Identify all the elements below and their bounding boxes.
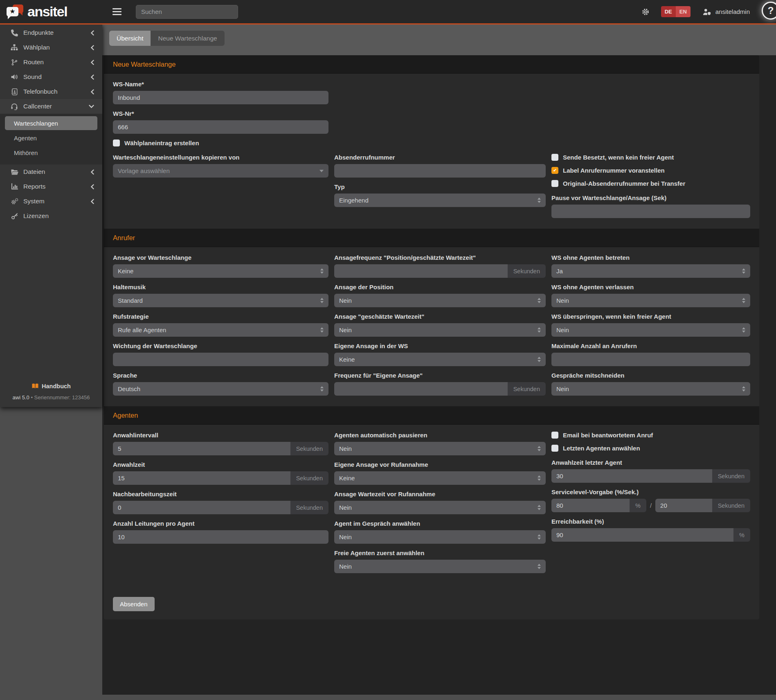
erreichbarkeit-input[interactable] <box>551 528 733 542</box>
absenden-button[interactable]: Absenden <box>113 597 155 611</box>
sidebar-item-waehlplan[interactable]: Wählplan <box>0 40 102 55</box>
main-area: Übersicht Neue Warteschlange Neue Wartes… <box>102 25 776 695</box>
sidebar-item-endpunkte[interactable]: Endpunkte <box>0 25 102 40</box>
language-en[interactable]: EN <box>676 6 691 17</box>
checkbox-box[interactable] <box>551 154 558 161</box>
search-input[interactable] <box>136 5 238 19</box>
sprache-select[interactable]: Deutsch <box>113 382 328 396</box>
tab-uebersicht[interactable]: Übersicht <box>109 31 151 46</box>
ws-name-input[interactable] <box>113 91 328 104</box>
navbar-right-cluster: DE EN ansiteladmin <box>641 6 750 17</box>
chevron-left-icon <box>90 60 94 65</box>
ws-nr-input[interactable] <box>113 120 328 134</box>
language-de[interactable]: DE <box>661 6 676 17</box>
anwahlzeit-letzter-agent-input[interactable] <box>551 469 712 483</box>
ansagefrequenz-input[interactable] <box>334 264 508 278</box>
seconds-unit-addon: Sekunden <box>290 442 328 455</box>
submit-row: Absenden <box>104 584 759 619</box>
sende-besetzt-checkbox[interactable]: Sende Besetzt, wenn kein freier Agent <box>551 154 750 161</box>
max-anrufer-input[interactable] <box>551 353 750 366</box>
servicelevel-percent-input[interactable] <box>551 499 630 512</box>
copy-from-select[interactable]: Vorlage auswählen <box>113 164 328 178</box>
chevron-left-icon <box>90 30 94 36</box>
tab-bar: Übersicht Neue Warteschlange <box>109 31 225 46</box>
tab-strip: Übersicht Neue Warteschlange <box>102 25 776 55</box>
rufstrategie-select[interactable]: Rufe alle Agenten <box>113 323 328 337</box>
separator-dot: • <box>31 394 33 401</box>
anzahl-leitungen-label: Anzahl Leitungen pro Agent <box>113 520 328 527</box>
ansage-position-select[interactable]: Nein <box>334 294 546 307</box>
sidebar-subitem-mithoeren[interactable]: Mithören <box>5 146 97 160</box>
sidebar-item-system[interactable]: System <box>0 194 102 209</box>
ws-ohne-agenten-betreten-label: WS ohne Agenten betreten <box>551 254 750 261</box>
brand-logo[interactable]: ★ ansitel <box>0 0 102 23</box>
anwahlintervall-input[interactable] <box>113 442 290 455</box>
sidebar-toggle-icon[interactable] <box>112 7 121 17</box>
eigene-ansage-rufannahme-label: Eigene Ansage vor Rufannahme <box>334 461 546 468</box>
handbuch-link[interactable]: Handbuch <box>31 383 71 389</box>
letzten-agenten-checkbox[interactable]: Letzten Agenten anwählen <box>551 445 750 452</box>
haltemusik-select[interactable]: Standard <box>113 294 328 307</box>
select-spinner-icon <box>538 446 541 451</box>
sidebar-item-label: Routen <box>23 59 90 66</box>
checkbox-box[interactable] <box>551 167 558 174</box>
anwahlintervall-label: Anwahlintervall <box>113 432 328 439</box>
checkbox-box[interactable] <box>551 445 558 452</box>
language-toggle[interactable]: DE EN <box>661 6 691 17</box>
label-anrufernummer-checkbox[interactable]: Label Anrufernummer voranstellen <box>551 167 750 174</box>
pause-label: Pause vor Warteschlange/Ansage (Sek) <box>551 194 750 201</box>
sidebar-item-dateien[interactable]: Dateien <box>0 164 102 179</box>
sidebar-subitem-agenten[interactable]: Agenten <box>5 131 97 145</box>
original-absenderrufnummer-checkbox[interactable]: Original-Absenderrufnummer bei Transfer <box>551 180 750 187</box>
sidebar-item-sound[interactable]: Sound <box>0 70 102 84</box>
seconds-unit-addon: Sekunden <box>712 499 750 512</box>
settings-gear-icon[interactable] <box>641 8 650 16</box>
select-value: Nein <box>339 533 352 540</box>
sidebar-item-reports[interactable]: Reports <box>0 179 102 194</box>
ansage-wartezeit-rufannahme-select[interactable]: Nein <box>334 501 546 514</box>
sidebar-item-lizenzen[interactable]: Lizenzen <box>0 209 102 223</box>
sidebar-item-label: Dateien <box>23 168 90 176</box>
checkbox-box[interactable] <box>551 180 558 187</box>
tab-neue-warteschlange[interactable]: Neue Warteschlange <box>151 31 224 46</box>
eigene-ansage-ws-select[interactable]: Keine <box>334 353 546 366</box>
anwahlzeit-input[interactable] <box>113 471 290 485</box>
agenten-auto-pausieren-select[interactable]: Nein <box>334 442 546 455</box>
ansage-vor-ws-select[interactable]: Keine <box>113 264 328 278</box>
pause-input[interactable] <box>551 205 750 218</box>
sidebar-item-label: Telefonbuch <box>23 88 90 95</box>
ws-name-label: WS-Name* <box>113 81 328 88</box>
user-menu[interactable]: ansiteladmin <box>702 8 750 16</box>
agent-im-gespraech-select[interactable]: Nein <box>334 530 546 544</box>
servicelevel-seconds-input[interactable] <box>655 499 712 512</box>
gespraeche-mitschneiden-select[interactable]: Nein <box>551 382 750 396</box>
ansage-wartezeit-select[interactable]: Nein <box>334 323 546 337</box>
anzahl-leitungen-input[interactable] <box>113 530 328 544</box>
select-value: Vorlage auswählen <box>118 167 170 174</box>
cogs-icon <box>10 198 19 205</box>
email-checkbox[interactable]: Email bei beantwortetem Anruf <box>551 432 750 439</box>
sidebar-subitem-warteschlangen[interactable]: Warteschlangen <box>5 116 97 130</box>
freie-agenten-zuerst-select[interactable]: Nein <box>334 560 546 573</box>
ws-ohne-agenten-verlassen-select[interactable]: Nein <box>551 294 750 307</box>
eigene-ansage-rufannahme-select[interactable]: Keine <box>334 471 546 485</box>
column-1: Warteschlangeneinstellungen kopieren von… <box>113 154 328 224</box>
checkbox-box[interactable] <box>113 140 120 146</box>
select-spinner-icon <box>538 198 541 203</box>
typ-select[interactable]: Eingehend <box>334 194 546 207</box>
wahlplaneintrag-checkbox[interactable]: Wählplaneintrag erstellen <box>113 140 750 146</box>
sidebar-item-callcenter[interactable]: Callcenter <box>0 99 102 114</box>
nachbearbeitungszeit-input[interactable] <box>113 501 290 514</box>
checkbox-box[interactable] <box>551 432 558 439</box>
ws-ueberspringen-select[interactable]: Nein <box>551 323 750 337</box>
ws-ohne-agenten-betreten-select[interactable]: Ja <box>551 264 750 278</box>
frequenz-eigene-ansage-input[interactable] <box>334 382 508 396</box>
ansage-position-label: Ansage der Position <box>334 284 546 290</box>
sidebar-item-routen[interactable]: Routen <box>0 55 102 70</box>
sidebar-menu: Endpunkte Wählplan Routen <box>0 25 102 223</box>
select-value: Keine <box>118 268 133 275</box>
checkbox-label: Wählplaneintrag erstellen <box>124 140 199 146</box>
absenderrufnummer-input[interactable] <box>334 164 546 178</box>
wichtung-input[interactable] <box>113 353 328 366</box>
sidebar-item-telefonbuch[interactable]: Telefonbuch <box>0 84 102 99</box>
